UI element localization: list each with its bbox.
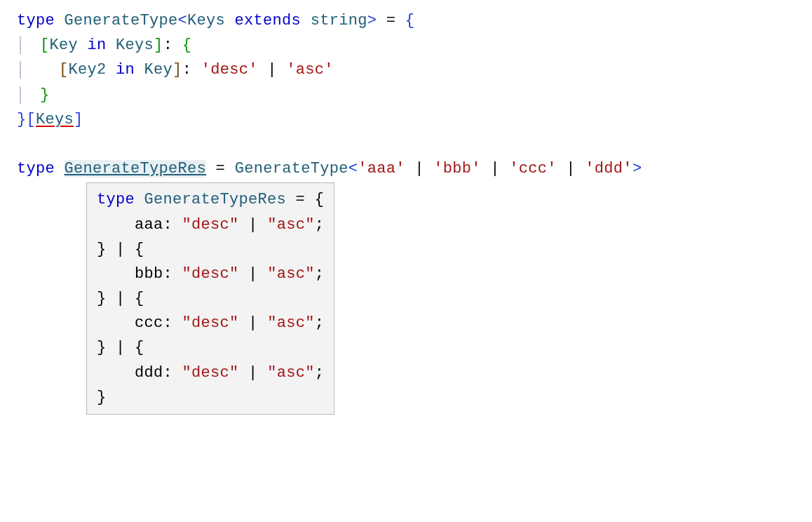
prop-ddd: ddd (135, 364, 163, 382)
pipe: | (566, 160, 576, 178)
brace-open: { (135, 339, 144, 356)
keyword-type: type (97, 191, 135, 208)
hovered-type-name[interactable]: GenerateTypeRes (65, 160, 207, 178)
colon: : (163, 216, 173, 234)
brace-open: { (135, 290, 144, 307)
bracket-open: [ (27, 111, 36, 128)
brace-open: { (315, 191, 325, 208)
semicolon: ; (315, 216, 325, 234)
pipe: | (248, 265, 258, 283)
bracket-close: ] (172, 61, 182, 79)
colon: : (163, 364, 173, 382)
brace-close: } (97, 389, 107, 406)
code-editor[interactable]: type GenerateType<Keys extends string> =… (17, 8, 795, 181)
brace-open: { (135, 241, 144, 258)
pipe: | (414, 160, 424, 178)
id-key: Key (144, 61, 173, 79)
semicolon: ; (315, 364, 325, 382)
string-asc: "asc" (267, 216, 315, 234)
pipe: | (267, 61, 277, 79)
semicolon: ; (315, 265, 325, 283)
string-ccc: 'ccc' (509, 160, 557, 178)
semicolon: ; (315, 314, 325, 332)
prop-ccc: ccc (135, 314, 163, 332)
string-asc: "asc" (267, 314, 315, 332)
angle-open: < (178, 12, 188, 29)
string-ddd: 'ddd' (585, 160, 632, 178)
equals: = (386, 12, 396, 29)
type-param: Keys (187, 12, 225, 29)
pipe: | (248, 314, 258, 332)
tooltip-type-name: GenerateTypeRes (144, 191, 287, 208)
bracket-close: ] (74, 111, 83, 128)
prop-aaa: aaa (135, 216, 163, 234)
brace-open: { (405, 12, 415, 29)
string-aaa: 'aaa' (358, 160, 405, 178)
bracket-close: ] (154, 36, 163, 54)
brace-close: } (97, 339, 107, 356)
pipe: | (248, 364, 258, 382)
keyword-extends: extends (235, 12, 302, 29)
bracket-open: [ (59, 61, 69, 79)
string-desc: 'desc' (201, 61, 258, 79)
keyword-type: type (17, 160, 55, 178)
brace-open: { (182, 36, 192, 54)
brace-close: } (97, 290, 107, 307)
equals: = (296, 191, 306, 208)
id-key: Key (50, 36, 79, 54)
tooltip-body: type GenerateTypeRes = { aaa: "desc" | "… (86, 182, 334, 415)
id-key2: Key2 (69, 61, 107, 79)
bracket-open: [ (40, 36, 50, 54)
keyword-type: type (17, 12, 55, 29)
pipe: | (116, 241, 126, 258)
type-string: string (311, 12, 367, 29)
string-asc: "asc" (267, 364, 315, 382)
type-name: GenerateType (65, 12, 178, 29)
string-asc: 'asc' (286, 61, 334, 79)
string-desc: "desc" (182, 364, 239, 382)
colon: : (182, 61, 192, 79)
type-ref: GenerateType (235, 160, 349, 178)
brace-close: } (17, 111, 27, 128)
brace-close: } (97, 241, 107, 258)
indexed-keys: Keys (36, 111, 74, 128)
string-desc: "desc" (182, 265, 239, 283)
colon: : (163, 36, 173, 54)
pipe: | (116, 290, 126, 307)
id-keys: Keys (116, 36, 154, 54)
equals: = (216, 160, 226, 178)
prop-bbb: bbb (135, 265, 163, 283)
colon: : (163, 314, 173, 332)
colon: : (163, 265, 173, 283)
angle-close: > (367, 12, 377, 29)
pipe: | (490, 160, 500, 178)
pipe: | (248, 216, 258, 234)
string-desc: "desc" (182, 216, 239, 234)
angle-open: < (349, 160, 358, 178)
keyword-in: in (116, 61, 135, 79)
pipe: | (116, 339, 126, 356)
brace-close: } (40, 86, 50, 104)
string-bbb: 'bbb' (433, 160, 481, 178)
keyword-in: in (88, 36, 107, 54)
string-desc: "desc" (182, 314, 239, 332)
hover-tooltip: type GenerateTypeRes = { aaa: "desc" | "… (86, 182, 795, 415)
angle-close: > (632, 160, 642, 178)
string-asc: "asc" (267, 265, 315, 283)
